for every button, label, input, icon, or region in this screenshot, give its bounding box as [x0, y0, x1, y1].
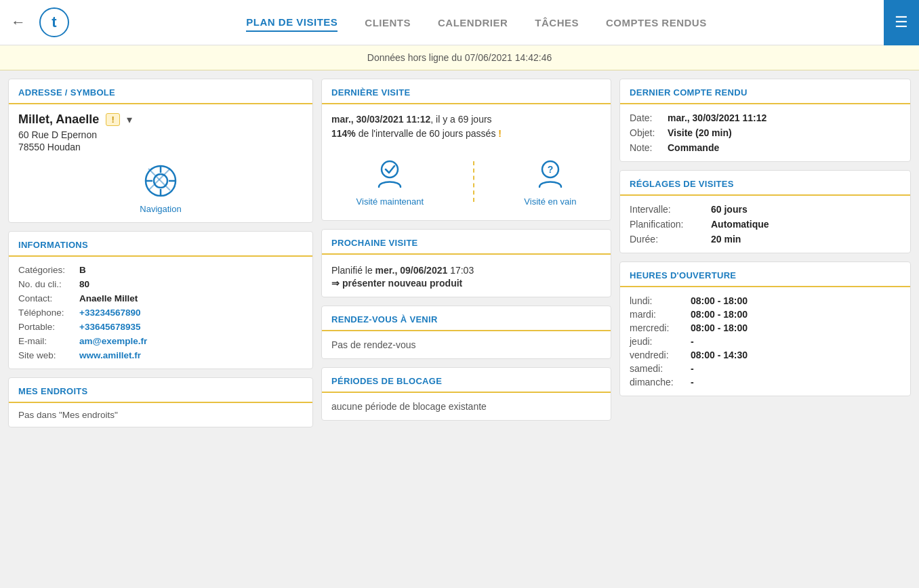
- app-header: ← t PLAN DE VISITES CLIENTS CALENDRIER T…: [0, 0, 919, 45]
- hours-samedi-value: -: [691, 363, 901, 374]
- nav-taches[interactable]: TÂCHES: [535, 14, 579, 31]
- next-visit-note: ⇒ présenter nouveau produit: [331, 278, 601, 289]
- main-content: ADRESSE / SYMBOLE Millet, Anaelle ! ▾ 60…: [0, 70, 919, 436]
- rdv-header: RENDEZ-VOUS À VENIR: [322, 306, 611, 331]
- prochaine-visite-header: PROCHAINE VISITE: [322, 230, 611, 255]
- address-card-body: Millet, Anaelle ! ▾ 60 Rue D Epernon 785…: [9, 104, 312, 222]
- derniere-visite-card: DERNIÈRE VISITE mar., 30/03/2021 11:12, …: [321, 79, 611, 221]
- right-column: DERNIER COMPTE RENDU Date: mar., 30/03/2…: [619, 79, 911, 427]
- client-name-row: Millet, Anaelle ! ▾: [18, 112, 303, 127]
- address-street: 60 Rue D Epernon: [18, 129, 303, 140]
- nav-comptes-rendus[interactable]: COMPTES RENDUS: [606, 14, 707, 31]
- reglages-header: RÉGLAGES DE VISITES: [620, 171, 910, 196]
- back-button[interactable]: ←: [11, 14, 26, 31]
- hours-lundi-label: lundi:: [630, 295, 691, 306]
- mes-endroits-header: MES ENDROITS: [9, 378, 312, 403]
- address-card-header: ADRESSE / SYMBOLE: [9, 79, 312, 104]
- main-nav: PLAN DE VISITES CLIENTS CALENDRIER TÂCHE…: [83, 14, 870, 32]
- offline-banner: Données hors ligne du 07/06/2021 14:42:4…: [0, 45, 919, 70]
- rdv-text: Pas de rendez-vous: [331, 339, 416, 350]
- visited-vain-button[interactable]: ? Visité en vain: [524, 156, 576, 207]
- arrow-icon: ⇒: [331, 278, 340, 289]
- informations-card-header: INFORMATIONS: [9, 232, 312, 257]
- visit-icons-row: Visité maintenant ? Visité en vain: [331, 150, 601, 212]
- hours-vendredi-value: 08:00 - 14:30: [691, 350, 901, 360]
- visited-vain-icon: ?: [533, 156, 568, 191]
- last-visit-suffix: , il y a 69 jours: [430, 114, 491, 125]
- last-visit-date: mar., 30/03/2021 11:12: [331, 114, 430, 125]
- address-city: 78550 Houdan: [18, 142, 303, 152]
- visited-vain-label: Visité en vain: [524, 196, 576, 207]
- hours-mercredi-label: mercredi:: [630, 322, 691, 333]
- next-visit-note-bold: présenter nouveau produit: [342, 278, 462, 289]
- navigation-label: Navigation: [140, 204, 181, 214]
- rdv-body: Pas de rendez-vous: [322, 331, 611, 358]
- info-value-contact: Anaelle Millet: [79, 293, 303, 303]
- info-value-email[interactable]: am@exemple.fr: [79, 336, 303, 346]
- informations-card-body: Catégories: B No. du cli.: 80 Contact: A…: [9, 257, 312, 369]
- mid-column: DERNIÈRE VISITE mar., 30/03/2021 11:12, …: [321, 79, 611, 427]
- address-card: ADRESSE / SYMBOLE Millet, Anaelle ! ▾ 60…: [8, 79, 313, 223]
- reglages-body: Intervalle: 60 jours Planification: Auto…: [620, 196, 910, 253]
- info-value-no-cli: 80: [79, 279, 303, 289]
- hours-vendredi-label: vendredi:: [630, 350, 691, 360]
- compte-date-value: mar., 30/03/2021 11:12: [668, 112, 901, 123]
- visit-divider: [473, 161, 474, 202]
- blocage-header: PÉRIODES DE BLOCAGE: [322, 368, 611, 393]
- navigation-icon: [142, 162, 180, 200]
- chevron-down-button[interactable]: ▾: [127, 113, 132, 126]
- info-label-contact: Contact:: [18, 293, 79, 303]
- next-visit-time: 17:03: [447, 265, 474, 276]
- hours-mercredi-value: 08:00 - 18:00: [691, 322, 901, 333]
- app-logo: t: [39, 7, 69, 37]
- blocage-card: PÉRIODES DE BLOCAGE aucune période de bl…: [321, 367, 611, 421]
- reglages-interval-value: 60 jours: [711, 204, 901, 215]
- visited-now-button[interactable]: Visité maintenant: [356, 156, 424, 207]
- info-label-portable: Portable:: [18, 322, 79, 332]
- mes-endroits-card: MES ENDROITS Pas dans "Mes endroits": [8, 377, 313, 427]
- info-value-siteweb[interactable]: www.amillet.fr: [79, 350, 303, 360]
- reglages-planif-label: Planification:: [630, 219, 711, 230]
- rdv-card: RENDEZ-VOUS À VENIR Pas de rendez-vous: [321, 306, 611, 359]
- reglages-grid: Intervalle: 60 jours Planification: Auto…: [630, 204, 901, 245]
- nav-plan-visites[interactable]: PLAN DE VISITES: [246, 14, 338, 32]
- info-label-no-cli: No. du cli.:: [18, 279, 79, 289]
- prochaine-visite-body: Planifié le mer., 09/06/2021 17:03 ⇒ pré…: [322, 255, 611, 297]
- last-visit-text: mar., 30/03/2021 11:12, il y a 69 jours …: [331, 112, 601, 141]
- compte-grid: Date: mar., 30/03/2021 11:12 Objet: Visi…: [630, 112, 901, 153]
- compte-note-value: Commande: [668, 142, 901, 153]
- hours-jeudi-label: jeudi:: [630, 336, 691, 347]
- nav-calendrier[interactable]: CALENDRIER: [438, 14, 508, 31]
- last-visit-interval: de l'intervalle de 60 jours passés: [356, 128, 498, 139]
- compte-rendu-body: Date: mar., 30/03/2021 11:12 Objet: Visi…: [620, 104, 910, 161]
- informations-card: INFORMATIONS Catégories: B No. du cli.: …: [8, 231, 313, 369]
- reglages-interval-label: Intervalle:: [630, 204, 711, 215]
- client-name: Millet, Anaelle: [18, 112, 99, 127]
- heures-header: HEURES D'OUVERTURE: [620, 262, 910, 287]
- info-grid: Catégories: B No. du cli.: 80 Contact: A…: [18, 265, 303, 360]
- info-value-portable[interactable]: +33645678935: [79, 322, 303, 332]
- nav-clients[interactable]: CLIENTS: [365, 14, 411, 31]
- derniere-visite-body: mar., 30/03/2021 11:12, il y a 69 jours …: [322, 104, 611, 220]
- reglages-card: RÉGLAGES DE VISITES Intervalle: 60 jours…: [619, 170, 911, 253]
- prochaine-visite-card: PROCHAINE VISITE Planifié le mer., 09/06…: [321, 229, 611, 297]
- compte-rendu-header: DERNIER COMPTE RENDU: [620, 79, 910, 104]
- hours-mardi-value: 08:00 - 18:00: [691, 309, 901, 320]
- menu-button[interactable]: ☰: [884, 0, 919, 45]
- heures-body: lundi: 08:00 - 18:00 mardi: 08:00 - 18:0…: [620, 287, 910, 396]
- visited-now-label: Visité maintenant: [356, 196, 424, 207]
- info-label-telephone: Téléphone:: [18, 308, 79, 318]
- compte-objet-value: Visite (20 min): [668, 127, 901, 138]
- mes-endroits-text: Pas dans "Mes endroits": [9, 403, 312, 427]
- reglages-duree-label: Durée:: [630, 234, 711, 245]
- info-label-siteweb: Site web:: [18, 350, 79, 360]
- blocage-text: aucune période de blocage existante: [331, 401, 487, 412]
- left-column: ADRESSE / SYMBOLE Millet, Anaelle ! ▾ 60…: [8, 79, 313, 427]
- hours-lundi-value: 08:00 - 18:00: [691, 295, 901, 306]
- compte-rendu-card: DERNIER COMPTE RENDU Date: mar., 30/03/2…: [619, 79, 911, 162]
- navigation-area[interactable]: Navigation: [18, 162, 303, 214]
- hours-grid: lundi: 08:00 - 18:00 mardi: 08:00 - 18:0…: [630, 295, 901, 387]
- info-value-telephone[interactable]: +33234567890: [79, 308, 303, 318]
- visited-now-icon: [372, 156, 407, 191]
- hours-dimanche-label: dimanche:: [630, 377, 691, 387]
